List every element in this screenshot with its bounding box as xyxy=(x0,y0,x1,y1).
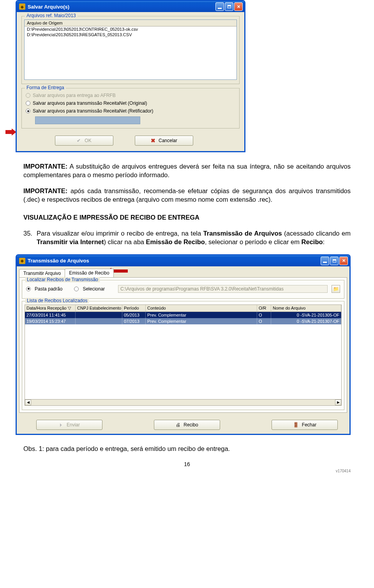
radio-icon[interactable] xyxy=(26,109,30,113)
observation-text: Obs. 1: para cada período e entrega, ser… xyxy=(23,445,351,452)
page-number: 16 xyxy=(23,461,351,467)
version-label: v170414 xyxy=(23,469,351,473)
enviar-button: ⏵ Enviar xyxy=(36,420,102,430)
path-field: C:\Arquivos de programas\Programas RFB\S… xyxy=(118,285,328,293)
send-icon: ⏵ xyxy=(59,422,64,428)
minimize-button[interactable] xyxy=(215,2,224,11)
horizontal-scrollbar[interactable]: ◀ ▶ xyxy=(25,399,341,405)
delivery-fieldset: Forma de Entrega Salvar arquivos para en… xyxy=(21,88,240,129)
fechar-button[interactable]: 🚪 Fechar xyxy=(272,420,338,430)
close-button[interactable]: ✕ xyxy=(234,2,243,11)
app-icon: ◆ xyxy=(19,4,25,10)
legend: Lista de Recibos Localizados xyxy=(25,298,89,303)
radio-selecionar[interactable] xyxy=(74,287,79,291)
receipts-grid[interactable]: Data/Hora Recepção ▽ CNPJ Estabeleciment… xyxy=(25,305,342,406)
list-header: Arquivo de Origem xyxy=(25,20,236,26)
tab-transmitir[interactable]: Transmitir Arquivo xyxy=(19,269,65,277)
check-icon xyxy=(77,138,81,143)
save-files-dialog: ◆ Salvar Arquivo(s) ✕ Arquivos ref. Maio… xyxy=(16,0,245,152)
cancel-button[interactable]: ✖ Cancelar xyxy=(135,136,193,146)
paragraph-importante-1: IMPORTANTE: A substituição de arquivos e… xyxy=(23,162,351,180)
red-arrow-icon xyxy=(5,129,16,136)
tab-panel: Localizar Recibos de Transmissão Pasta p… xyxy=(19,277,347,413)
list-item[interactable]: D:\Previdencia\2013\052013\RESGATES_0520… xyxy=(25,32,236,37)
files-legend: Arquivos ref. Maio/2013 xyxy=(25,13,78,18)
ok-button: OK xyxy=(55,136,113,146)
radio-icon[interactable] xyxy=(26,101,30,106)
maximize-button[interactable] xyxy=(225,2,233,11)
x-icon: ✖ xyxy=(151,137,155,144)
radio-original[interactable]: Salvar arquivos para transmissão Receita… xyxy=(24,99,237,107)
delivery-legend: Forma de Entrega xyxy=(25,85,66,90)
table-header: Data/Hora Recepção ▽ CNPJ Estabeleciment… xyxy=(25,305,341,312)
radio-icon xyxy=(26,93,30,98)
list-item-35: 35. Para visualizar e/ou imprimir o reci… xyxy=(23,229,351,246)
files-listbox[interactable]: Arquivo de Origem D:\Previdencia\2013\05… xyxy=(24,19,237,80)
list-item[interactable]: D:\Previdencia\2013\052013\CONTRIREC_052… xyxy=(25,26,236,32)
scroll-left-icon[interactable]: ◀ xyxy=(25,400,31,405)
paragraph-importante-2: IMPORTANTE: após cada transmissão, recom… xyxy=(23,187,351,204)
window-title: Transmissão de Arquivos xyxy=(28,258,321,264)
scroll-right-icon[interactable]: ▶ xyxy=(335,400,341,405)
minimize-button[interactable] xyxy=(321,257,329,265)
door-icon: 🚪 xyxy=(293,422,299,428)
tab-emissao-recibo[interactable]: Emissão de Recibo xyxy=(65,269,113,277)
transmission-dialog: ◆ Transmissão de Arquivos ✕ Transmitir A… xyxy=(16,254,351,435)
window-title: Salvar Arquivo(s) xyxy=(28,4,215,10)
close-button[interactable]: ✕ xyxy=(339,257,348,265)
titlebar[interactable]: ◆ Transmissão de Arquivos ✕ xyxy=(17,255,349,266)
titlebar[interactable]: ◆ Salvar Arquivo(s) ✕ xyxy=(17,1,244,12)
section-heading: VISUALIZAÇÃO E IMPRESSÃO DE RECIBO DE EN… xyxy=(23,214,351,221)
radio-pasta-padrao[interactable] xyxy=(26,287,31,291)
radio-retificador[interactable]: Salvar arquivos para transmissão Receita… xyxy=(24,107,237,115)
text-input[interactable] xyxy=(35,116,140,124)
locate-receipts-fieldset: Localizar Recibos de Transmissão Pasta p… xyxy=(22,280,344,299)
folder-icon[interactable]: 📁 xyxy=(332,285,340,293)
printer-icon: 🖨 xyxy=(176,422,180,428)
recibo-button[interactable]: 🖨 Recibo xyxy=(154,420,220,430)
legend: Localizar Recibos de Transmissão xyxy=(25,277,100,282)
receipts-list-fieldset: Lista de Recibos Localizados Data/Hora R… xyxy=(22,301,344,410)
maximize-button[interactable] xyxy=(330,257,339,265)
files-fieldset: Arquivos ref. Maio/2013 Arquivo de Orige… xyxy=(21,16,240,84)
svg-marker-0 xyxy=(5,129,16,136)
table-row[interactable]: 27/03/2014 11:41:45 05/2013 Prev. Comple… xyxy=(25,312,341,318)
table-row[interactable]: 19/03/2014 15:23:47 07/2013 Prev. Comple… xyxy=(25,318,341,324)
radio-afrfb: Salvar arquivos para entrega ao AFRFB xyxy=(24,92,237,99)
app-icon: ◆ xyxy=(19,258,25,264)
